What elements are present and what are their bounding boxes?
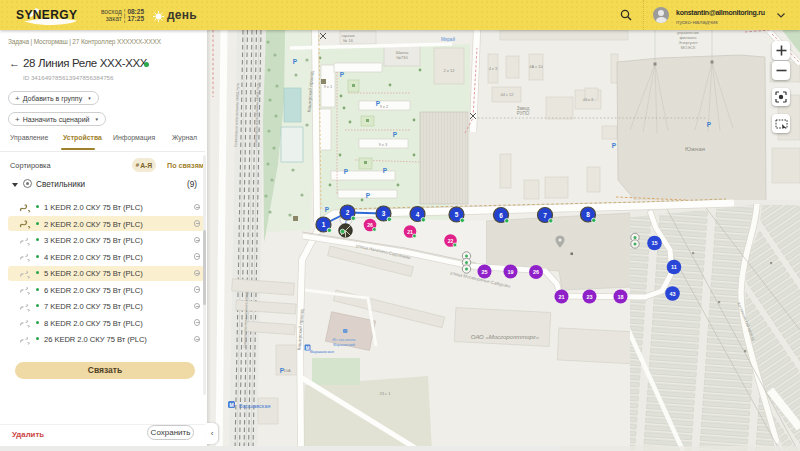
svg-text:15: 15: [651, 240, 657, 246]
svg-text:43: 43: [669, 291, 675, 297]
svg-text:9 к 2: 9 к 2: [380, 104, 389, 109]
svg-text:P: P: [376, 100, 381, 107]
svg-text:44 с 12: 44 с 12: [500, 92, 514, 97]
svg-text:8: 8: [586, 211, 590, 218]
svg-text:23 с 1: 23 с 1: [380, 391, 392, 396]
svg-text:3: 3: [382, 210, 386, 217]
svg-text:11: 11: [671, 264, 677, 270]
svg-text:44 к 3: 44 к 3: [583, 97, 594, 102]
svg-text:P: P: [707, 121, 712, 128]
svg-text:18: 18: [617, 294, 623, 300]
svg-text:26: 26: [533, 269, 539, 275]
svg-text:23: 23: [586, 294, 592, 300]
svg-text:P: P: [340, 71, 345, 78]
svg-text:1: 1: [322, 221, 326, 228]
svg-text:ОАО «Мосгороптторг»: ОАО «Мосгороптторг»: [471, 334, 540, 340]
svg-text:РУПО: РУПО: [517, 111, 530, 116]
svg-text:М: М: [306, 346, 310, 351]
svg-text:Мирай: Мирай: [441, 36, 455, 42]
svg-text:9 к 3: 9 к 3: [379, 142, 388, 147]
svg-text:2: 2: [346, 209, 350, 216]
svg-text:М: М: [229, 402, 233, 408]
svg-text:21: 21: [407, 229, 413, 235]
svg-text:Варшавская: Варшавская: [239, 403, 270, 409]
svg-text:19: 19: [507, 269, 513, 275]
svg-text:Варшавский: Варшавский: [333, 343, 355, 347]
svg-text:№730: №730: [396, 55, 408, 60]
svg-text:4А с 10: 4А с 10: [529, 64, 543, 69]
svg-text:5: 5: [455, 211, 459, 218]
svg-text:25: 25: [481, 269, 487, 275]
svg-text:P: P: [344, 168, 349, 175]
svg-text:4 к 3: 4 к 3: [489, 66, 498, 71]
svg-text:4: 4: [416, 211, 420, 218]
svg-text:Южная: Южная: [685, 146, 705, 152]
svg-text:P: P: [280, 367, 285, 374]
svg-text:26: 26: [367, 222, 373, 228]
svg-text:SYNERGY: SYNERGY: [16, 8, 77, 22]
svg-text:2 к 12: 2 к 12: [443, 68, 455, 73]
svg-text:21: 21: [558, 294, 564, 300]
svg-text:10А: 10А: [283, 368, 290, 373]
svg-text:P: P: [293, 58, 298, 65]
svg-text:МОЭСК: МОЭСК: [681, 45, 696, 50]
svg-text:Варшавская: Варшавская: [310, 349, 334, 354]
svg-text:P: P: [366, 192, 371, 199]
svg-text:6: 6: [499, 212, 503, 219]
svg-text:P: P: [393, 131, 398, 138]
svg-text:22: 22: [448, 238, 454, 244]
svg-text:P: P: [612, 142, 617, 149]
svg-text:7: 7: [543, 212, 547, 219]
svg-text:№ 16: № 16: [343, 38, 354, 43]
svg-text:P: P: [325, 206, 330, 213]
svg-text:P: P: [383, 167, 388, 174]
svg-text:9 к 1: 9 к 1: [324, 84, 333, 89]
svg-text:Ин тач-отель: Ин тач-отель: [333, 338, 356, 342]
